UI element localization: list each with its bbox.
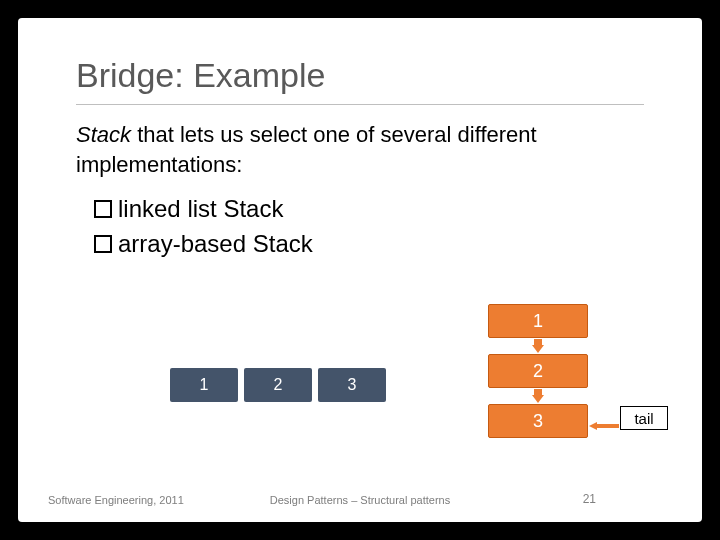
linked-list-node: 1 <box>488 304 588 338</box>
array-cell: 2 <box>244 368 312 402</box>
bullet-label: array-based Stack <box>118 227 313 262</box>
title-underline <box>76 104 644 105</box>
body-lead-em: Stack <box>76 122 131 147</box>
page-number: 21 <box>583 492 596 506</box>
bullet-item: array-based Stack <box>94 227 313 262</box>
bullet-item: linked list Stack <box>94 192 313 227</box>
down-arrow-icon <box>532 339 544 353</box>
slide-title: Bridge: Example <box>76 56 325 95</box>
left-arrow-icon <box>589 416 619 424</box>
slide: Bridge: Example Stack that lets us selec… <box>18 18 702 522</box>
svg-marker-2 <box>589 422 619 430</box>
tail-label: tail <box>620 406 668 430</box>
bullet-box-icon <box>94 235 112 253</box>
down-arrow-icon <box>532 389 544 403</box>
array-cell: 3 <box>318 368 386 402</box>
array-cell: 1 <box>170 368 238 402</box>
array-stack: 1 2 3 <box>170 368 386 402</box>
body-lead-rest: that lets us select one of several diffe… <box>76 122 537 177</box>
bullet-label: linked list Stack <box>118 192 283 227</box>
bullet-box-icon <box>94 200 112 218</box>
svg-marker-0 <box>532 339 544 353</box>
body-text: Stack that lets us select one of several… <box>76 120 636 179</box>
svg-marker-1 <box>532 389 544 403</box>
linked-list-node: 2 <box>488 354 588 388</box>
bullet-list: linked list Stack array-based Stack <box>94 192 313 262</box>
linked-list-stack: 1 2 3 <box>488 304 588 438</box>
footer-center: Design Patterns – Structural patterns <box>18 494 702 506</box>
linked-list-node: 3 <box>488 404 588 438</box>
